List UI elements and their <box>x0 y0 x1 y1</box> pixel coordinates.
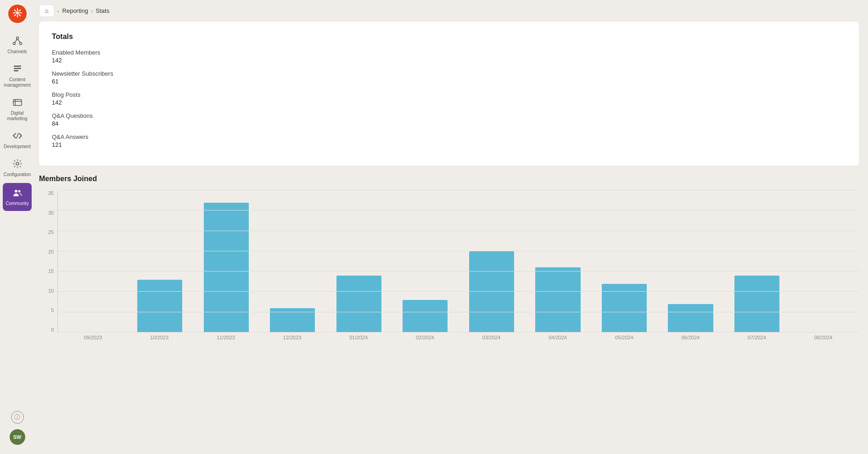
svg-rect-17 <box>13 100 22 105</box>
totals-title: Totals <box>52 33 846 41</box>
stat-label: Blog Posts <box>52 91 846 98</box>
content-area: Totals Enabled Members 142 Newsletter Su… <box>39 22 859 445</box>
bar-col <box>193 190 259 332</box>
bar-rect[interactable] <box>668 304 713 332</box>
grid-line <box>58 251 859 251</box>
bar-rect[interactable] <box>403 300 448 332</box>
bar-col <box>60 190 127 332</box>
bar-col <box>326 190 392 332</box>
y-axis-label: 20 <box>48 249 54 255</box>
stat-row: Enabled Members 142 <box>52 49 846 64</box>
svg-line-8 <box>14 14 16 16</box>
development-icon <box>12 131 22 142</box>
sidebar-label-content: Content management <box>2 77 32 88</box>
logo-button[interactable] <box>8 5 27 23</box>
svg-rect-15 <box>14 68 21 69</box>
breadcrumb-reporting[interactable]: Reporting <box>62 7 88 14</box>
svg-point-0 <box>16 11 19 14</box>
bar-col <box>259 190 326 332</box>
svg-line-5 <box>14 10 16 11</box>
bar-col <box>459 190 525 332</box>
svg-point-21 <box>16 162 19 165</box>
sidebar-label-development: Development <box>4 144 31 149</box>
breadcrumb-home[interactable]: ⌂ <box>39 5 55 17</box>
bar-col <box>525 190 591 332</box>
breadcrumb-sep-1: › <box>57 7 60 15</box>
sidebar-bottom: ⓘ SW <box>10 411 25 449</box>
totals-card: Totals Enabled Members 142 Newsletter Su… <box>39 22 859 166</box>
stat-label: Newsletter Subscribers <box>52 70 846 77</box>
bar-col <box>127 190 193 332</box>
sidebar-item-channels[interactable]: Channels <box>0 31 34 59</box>
sidebar-item-digital-marketing[interactable]: Digital marketing <box>0 93 34 126</box>
bar-rect[interactable] <box>204 203 249 332</box>
chart-with-yaxis: 35302520151050 09/202310/202311/202312/2… <box>48 190 859 340</box>
stat-row: Blog Posts 142 <box>52 91 846 106</box>
stat-value: 84 <box>52 120 846 127</box>
logo-icon <box>12 8 22 20</box>
grid-line <box>58 291 859 292</box>
x-axis-label: 11/2023 <box>193 335 259 340</box>
breadcrumb-stats: Stats <box>96 7 110 14</box>
sidebar-item-configuration[interactable]: Configuration <box>0 154 34 182</box>
sidebar-item-content-management[interactable]: Content management <box>0 59 34 93</box>
grid-line <box>58 332 859 332</box>
user-avatar[interactable]: SW <box>10 429 25 445</box>
sidebar-label-community: Community <box>6 201 29 206</box>
stat-value: 142 <box>52 57 846 64</box>
bar-rect[interactable] <box>137 280 182 332</box>
sidebar-item-community[interactable]: Community <box>3 183 32 211</box>
svg-point-23 <box>18 190 20 193</box>
stat-value: 142 <box>52 99 846 106</box>
content-management-icon <box>12 64 22 75</box>
svg-point-9 <box>16 37 18 39</box>
bar-rect[interactable] <box>336 276 381 332</box>
bars-area <box>57 190 859 332</box>
info-button[interactable]: ⓘ <box>11 411 24 424</box>
grid-line <box>58 190 859 190</box>
y-axis-label: 10 <box>48 288 54 293</box>
stat-value: 61 <box>52 78 846 85</box>
stat-row: Q&A Questions 84 <box>52 112 846 127</box>
bars-row <box>58 190 859 332</box>
svg-rect-14 <box>14 66 21 67</box>
svg-point-22 <box>15 190 17 193</box>
svg-line-7 <box>19 10 20 11</box>
sidebar: Channels Content management Digital mark… <box>0 0 34 454</box>
svg-point-11 <box>19 43 22 45</box>
x-axis-label: 01/2024 <box>325 335 392 340</box>
community-icon <box>12 188 22 199</box>
x-axis-label: 10/2023 <box>126 335 193 340</box>
bar-col <box>591 190 658 332</box>
x-axis-label: 04/2024 <box>525 335 591 340</box>
svg-point-10 <box>13 43 15 45</box>
bar-rect[interactable] <box>734 276 779 332</box>
y-axis-label: 5 <box>51 307 54 313</box>
svg-rect-16 <box>14 70 18 72</box>
stat-label: Q&A Answers <box>52 133 846 140</box>
bar-col <box>392 190 459 332</box>
x-axis-label: 07/2024 <box>724 335 790 340</box>
channels-icon <box>12 36 22 47</box>
svg-line-20 <box>17 133 18 138</box>
sidebar-label-marketing: Digital marketing <box>2 111 32 122</box>
stat-row: Q&A Answers 121 <box>52 133 846 148</box>
x-axis-row: 09/202310/202311/202312/202301/202402/20… <box>57 332 859 340</box>
svg-line-6 <box>19 14 20 16</box>
y-axis-label: 35 <box>48 190 54 196</box>
stat-label: Q&A Questions <box>52 112 846 119</box>
y-axis-label: 15 <box>48 268 54 274</box>
x-axis-label: 12/2023 <box>259 335 325 340</box>
grid-line <box>58 271 859 271</box>
y-axis-labels: 35302520151050 <box>48 190 57 332</box>
breadcrumb-sep-2: › <box>91 7 93 15</box>
bar-rect[interactable] <box>535 267 580 332</box>
chart-title: Members Joined <box>39 175 859 183</box>
breadcrumb: ⌂ › Reporting › Stats <box>39 0 859 22</box>
sidebar-item-development[interactable]: Development <box>0 126 34 154</box>
stat-label: Enabled Members <box>52 49 846 56</box>
svg-line-12 <box>14 39 17 43</box>
x-axis-label: 09/2023 <box>60 335 126 340</box>
stat-value: 121 <box>52 141 846 148</box>
sidebar-label-channels: Channels <box>7 49 27 55</box>
